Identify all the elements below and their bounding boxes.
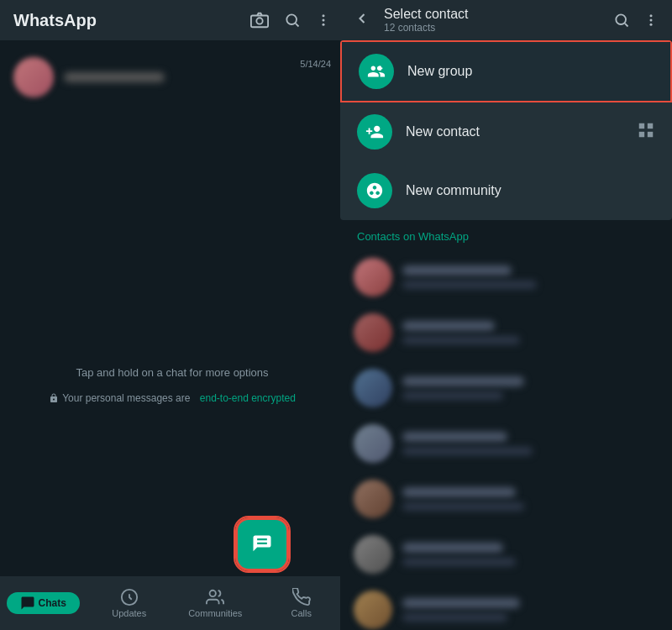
contact-item[interactable] [340, 471, 672, 527]
chats-nav-icon [20, 596, 35, 611]
search-button[interactable] [284, 12, 301, 29]
contact-status [402, 558, 516, 566]
svg-point-4 [323, 14, 325, 17]
calls-nav-label: Calls [291, 608, 312, 618]
camera-button[interactable] [250, 11, 269, 29]
nav-calls[interactable]: Calls [259, 581, 345, 625]
contact-status [402, 391, 503, 400]
calls-nav-icon [292, 588, 311, 606]
communities-nav-icon [206, 588, 224, 606]
select-contact-title: Select contact [384, 7, 600, 22]
left-content: Tap and hold on a chat for more options … [0, 106, 344, 630]
right-header: Select contact 12 contacts [340, 0, 672, 40]
new-group-icon-circle [359, 54, 394, 89]
new-contact-icon-circle [357, 114, 392, 150]
contacts-on-whatsapp-header: Contacts on WhatsApp [340, 220, 672, 249]
new-community-label: New community [406, 183, 501, 198]
svg-point-5 [323, 19, 325, 22]
contact-item[interactable] [340, 305, 672, 360]
chats-nav-label: Chats [39, 597, 66, 609]
contacts-list [340, 249, 672, 630]
contact-name [402, 543, 503, 553]
contact-avatar [354, 591, 392, 629]
contact-info [402, 487, 659, 511]
grid-icon [637, 121, 655, 139]
contact-name [402, 321, 495, 331]
contact-item[interactable] [340, 527, 672, 582]
svg-point-8 [210, 591, 216, 596]
contact-info [402, 432, 659, 455]
contact-info [402, 543, 659, 566]
new-chat-fab[interactable] [235, 517, 289, 571]
app-title: WhatsApp [13, 11, 97, 30]
nav-updates[interactable]: Updates [87, 581, 173, 625]
contact-name [402, 432, 507, 442]
svg-point-11 [650, 14, 653, 17]
svg-point-13 [650, 24, 653, 26]
contact-name [402, 265, 512, 276]
more-options-button[interactable] [316, 13, 331, 28]
contact-status [402, 336, 520, 344]
group-add-icon [367, 62, 386, 81]
right-header-icons [613, 12, 659, 29]
fab-container [235, 517, 289, 571]
contact-name [402, 598, 520, 608]
contact-info [402, 376, 659, 400]
new-group-menu-item[interactable]: New group [340, 40, 672, 102]
dropdown-menu: New group New contact [340, 40, 672, 220]
grid-icon-area [637, 121, 655, 143]
svg-line-10 [625, 24, 628, 27]
nav-communities[interactable]: Communities [172, 581, 259, 625]
contact-info [402, 265, 659, 289]
svg-rect-17 [648, 132, 653, 137]
communities-nav-label: Communities [188, 608, 242, 618]
contact-avatar [354, 258, 392, 297]
updates-nav-label: Updates [112, 608, 146, 618]
chat-name [64, 72, 165, 82]
right-panel: Select contact 12 contacts [340, 0, 672, 630]
contact-name [402, 376, 524, 386]
contact-info [402, 321, 659, 344]
left-header-icons [250, 11, 331, 29]
contact-status [402, 447, 533, 455]
contacts-count: 12 contacts [384, 22, 600, 34]
lock-icon [49, 393, 59, 403]
community-icon [365, 181, 384, 200]
new-contact-label: New contact [406, 124, 480, 139]
contact-info [402, 598, 659, 622]
nav-chats-active-bg: Chats [7, 592, 80, 614]
contact-item[interactable] [340, 249, 672, 305]
right-header-info: Select contact 12 contacts [384, 7, 600, 34]
svg-rect-15 [648, 123, 653, 129]
new-community-menu-item[interactable]: New community [340, 161, 672, 220]
tap-hold-hint: Tap and hold on a chat for more options [76, 366, 268, 379]
back-button[interactable] [354, 10, 370, 31]
contact-item[interactable] [340, 582, 672, 630]
contact-name [402, 487, 516, 497]
svg-rect-14 [639, 123, 644, 129]
contact-avatar [354, 313, 392, 352]
svg-point-9 [616, 14, 626, 24]
new-contact-menu-item[interactable]: New contact [340, 102, 672, 161]
contact-item[interactable] [340, 416, 672, 471]
contact-status [402, 281, 537, 289]
chat-item[interactable]: 5/14/24 [0, 49, 344, 106]
chat-avatar [13, 57, 54, 97]
new-group-label: New group [407, 64, 472, 79]
contact-avatar [354, 535, 392, 574]
left-panel: WhatsApp [0, 0, 344, 630]
contact-avatar [354, 424, 392, 463]
nav-chats[interactable]: Chats [0, 585, 87, 621]
updates-nav-icon [120, 588, 139, 606]
svg-line-3 [296, 24, 299, 27]
right-more-button[interactable] [643, 12, 659, 29]
person-add-icon [365, 123, 384, 141]
contact-item[interactable] [340, 360, 672, 416]
svg-point-6 [323, 24, 325, 26]
contact-avatar [354, 480, 392, 518]
contact-avatar [354, 369, 392, 407]
plus-icon [250, 533, 274, 556]
chat-info [64, 72, 290, 82]
bottom-navigation: Chats Updates Communities Calls [0, 576, 344, 630]
right-search-button[interactable] [613, 12, 630, 29]
